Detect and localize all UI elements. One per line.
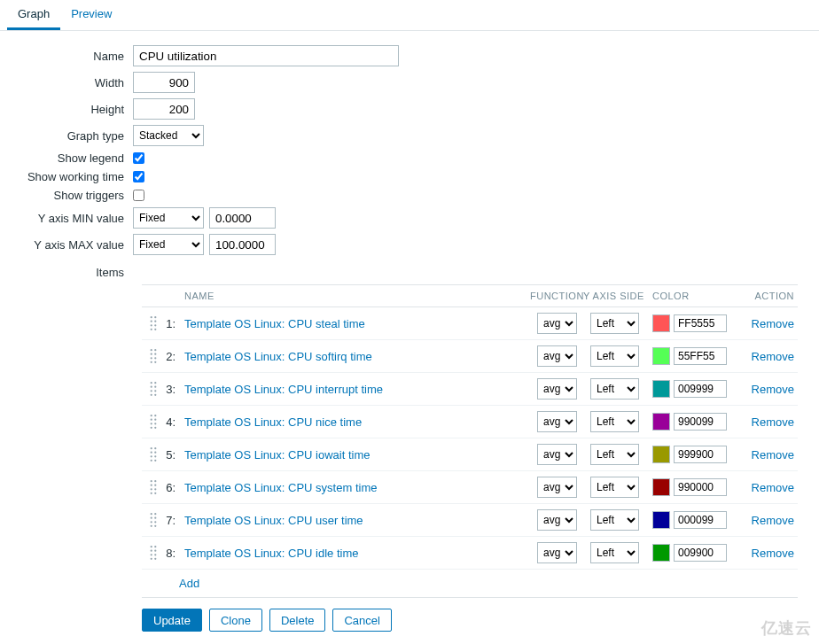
svg-point-8 bbox=[151, 349, 152, 351]
color-swatch[interactable] bbox=[652, 446, 670, 463]
show-legend-checkbox[interactable] bbox=[133, 152, 144, 164]
item-index: 8: bbox=[161, 547, 179, 560]
remove-link[interactable]: Remove bbox=[752, 547, 794, 560]
svg-point-28 bbox=[151, 423, 152, 424]
remove-link[interactable]: Remove bbox=[752, 448, 794, 462]
drag-handle-icon[interactable] bbox=[150, 546, 157, 560]
svg-point-33 bbox=[154, 447, 156, 449]
drag-handle-icon[interactable] bbox=[150, 382, 157, 396]
drag-handle-icon[interactable] bbox=[150, 447, 157, 462]
svg-point-15 bbox=[154, 361, 156, 363]
color-swatch[interactable] bbox=[652, 511, 670, 529]
function-select[interactable]: avg bbox=[537, 345, 577, 367]
graph-type-select[interactable]: Stacked bbox=[133, 125, 204, 146]
side-select[interactable]: Left bbox=[590, 542, 639, 563]
function-select[interactable]: avg bbox=[537, 378, 577, 400]
color-swatch[interactable] bbox=[652, 478, 670, 496]
color-code-field[interactable] bbox=[674, 511, 727, 529]
remove-link[interactable]: Remove bbox=[752, 514, 794, 527]
item-name-link[interactable]: Template OS Linux: CPU iowait time bbox=[184, 448, 370, 462]
side-select[interactable]: Left bbox=[590, 477, 639, 498]
side-select[interactable]: Left bbox=[590, 378, 639, 400]
tab-preview[interactable]: Preview bbox=[60, 0, 122, 30]
item-name-link[interactable]: Template OS Linux: CPU user time bbox=[184, 514, 363, 527]
color-swatch[interactable] bbox=[652, 347, 670, 365]
color-code-field[interactable] bbox=[674, 380, 727, 398]
show-triggers-checkbox[interactable] bbox=[133, 190, 144, 201]
header-name: NAME bbox=[145, 291, 530, 301]
item-name-link[interactable]: Template OS Linux: CPU interrupt time bbox=[184, 383, 383, 396]
cancel-button[interactable]: Cancel bbox=[332, 609, 391, 632]
name-field[interactable] bbox=[133, 45, 399, 66]
show-working-time-checkbox[interactable] bbox=[133, 171, 144, 182]
side-select[interactable]: Left bbox=[590, 345, 639, 367]
clone-button[interactable]: Clone bbox=[209, 609, 262, 632]
height-field[interactable] bbox=[133, 98, 195, 120]
y-min-mode-select[interactable]: Fixed bbox=[133, 207, 204, 229]
svg-point-18 bbox=[151, 386, 152, 388]
color-code-field[interactable] bbox=[674, 413, 727, 431]
svg-point-24 bbox=[151, 415, 152, 416]
y-max-value-field[interactable] bbox=[209, 234, 276, 255]
function-select[interactable]: avg bbox=[537, 542, 577, 563]
color-code-field[interactable] bbox=[674, 478, 727, 496]
tab-graph[interactable]: Graph bbox=[7, 0, 60, 30]
color-code-field[interactable] bbox=[674, 544, 727, 562]
svg-point-48 bbox=[151, 513, 152, 515]
delete-button[interactable]: Delete bbox=[269, 609, 326, 632]
item-index: 2: bbox=[161, 350, 179, 363]
y-max-mode-select[interactable]: Fixed bbox=[133, 234, 204, 255]
drag-handle-icon[interactable] bbox=[150, 349, 157, 363]
drag-handle-icon[interactable] bbox=[150, 480, 157, 494]
add-item-link[interactable]: Add bbox=[179, 577, 199, 590]
y-min-value-field[interactable] bbox=[209, 207, 276, 229]
update-button[interactable]: Update bbox=[142, 609, 202, 632]
remove-link[interactable]: Remove bbox=[752, 481, 794, 494]
side-select[interactable]: Left bbox=[590, 313, 639, 334]
color-swatch[interactable] bbox=[652, 413, 670, 431]
label-width: Width bbox=[0, 76, 133, 89]
drag-handle-icon[interactable] bbox=[150, 316, 157, 330]
color-code-field[interactable] bbox=[674, 446, 727, 463]
svg-point-34 bbox=[151, 452, 152, 454]
item-name-link[interactable]: Template OS Linux: CPU idle time bbox=[184, 547, 359, 560]
svg-point-9 bbox=[154, 349, 156, 351]
label-show-working-time: Show working time bbox=[0, 170, 133, 183]
remove-link[interactable]: Remove bbox=[752, 415, 794, 429]
function-select[interactable]: avg bbox=[537, 313, 577, 334]
item-index: 1: bbox=[161, 317, 179, 330]
color-swatch[interactable] bbox=[652, 544, 670, 562]
item-name-link[interactable]: Template OS Linux: CPU softirq time bbox=[184, 350, 372, 363]
svg-point-6 bbox=[151, 329, 152, 330]
svg-point-4 bbox=[151, 324, 152, 326]
item-name-link[interactable]: Template OS Linux: CPU system time bbox=[184, 481, 377, 494]
remove-link[interactable]: Remove bbox=[752, 317, 794, 330]
function-select[interactable]: avg bbox=[537, 509, 577, 531]
svg-point-43 bbox=[154, 485, 156, 486]
remove-link[interactable]: Remove bbox=[752, 383, 794, 396]
side-select[interactable]: Left bbox=[590, 444, 639, 465]
drag-handle-icon[interactable] bbox=[150, 415, 157, 429]
item-name-link[interactable]: Template OS Linux: CPU nice time bbox=[184, 415, 362, 429]
table-row: 1:Template OS Linux: CPU steal timeavgLe… bbox=[142, 307, 798, 340]
function-select[interactable]: avg bbox=[537, 444, 577, 465]
remove-link[interactable]: Remove bbox=[752, 350, 794, 363]
drag-handle-icon[interactable] bbox=[150, 513, 157, 527]
svg-point-59 bbox=[154, 550, 156, 552]
width-field[interactable] bbox=[133, 72, 195, 93]
svg-point-38 bbox=[151, 460, 152, 462]
color-swatch[interactable] bbox=[652, 380, 670, 398]
side-select[interactable]: Left bbox=[590, 509, 639, 531]
color-swatch[interactable] bbox=[652, 314, 670, 332]
table-row: 4:Template OS Linux: CPU nice timeavgLef… bbox=[142, 406, 798, 438]
function-select[interactable]: avg bbox=[537, 477, 577, 498]
side-select[interactable]: Left bbox=[590, 411, 639, 432]
item-name-link[interactable]: Template OS Linux: CPU steal time bbox=[184, 317, 365, 330]
table-row: 5:Template OS Linux: CPU iowait timeavgL… bbox=[142, 438, 798, 471]
color-code-field[interactable] bbox=[674, 314, 727, 332]
function-select[interactable]: avg bbox=[537, 411, 577, 432]
svg-point-55 bbox=[154, 525, 156, 527]
svg-point-42 bbox=[151, 485, 152, 486]
svg-point-46 bbox=[151, 493, 152, 494]
color-code-field[interactable] bbox=[674, 347, 727, 365]
